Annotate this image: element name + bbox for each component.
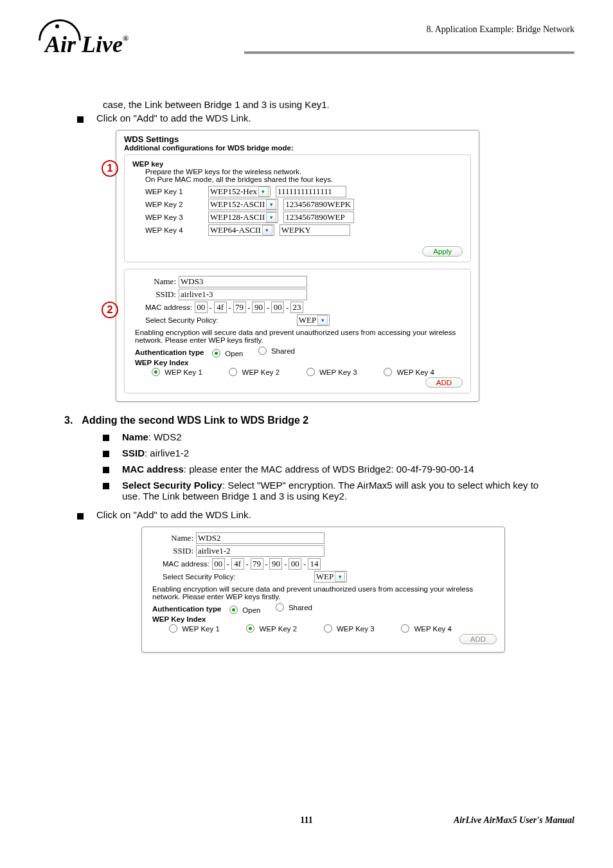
callout-2: 2 — [102, 302, 118, 318]
keyidx-3-radio[interactable]: WEP Key 3 — [324, 624, 375, 633]
mac-0-input[interactable] — [212, 558, 225, 570]
auth-open-radio[interactable]: Open — [229, 606, 260, 614]
list-item: Name: WDS2 — [122, 431, 182, 442]
keyidx-2-radio[interactable]: WEP Key 2 — [246, 624, 297, 633]
name-label: Name: — [163, 533, 195, 543]
step-number: 3. — [64, 415, 73, 426]
mac-3-input[interactable] — [269, 558, 282, 570]
mac-1-input[interactable] — [214, 302, 227, 313]
wep-help-2: On Pure MAC mode, all the bridges shared… — [145, 176, 463, 183]
logo: Air Live® — [39, 19, 574, 58]
chevron-down-icon: ▾ — [258, 186, 269, 197]
wep-key3-label: WEP Key 3 — [145, 213, 203, 221]
screenshot-wds-form2: Name: SSID: MAC address: - - - - - Selec… — [141, 527, 505, 653]
policy-label: Select Security Policy: — [163, 573, 236, 581]
body-text: Click on "Add" to add the WDS Link. — [96, 509, 251, 520]
keyidx-2-radio[interactable]: WEP Key 2 — [229, 368, 280, 376]
policy-label: Select Security Policy: — [145, 316, 218, 324]
policy-select[interactable]: WEP▾ — [297, 314, 330, 326]
keyidx-4-radio[interactable]: WEP Key 4 — [384, 368, 434, 376]
ssid-label: SSID: — [145, 289, 177, 300]
wep-key-index-label: WEP Key Index — [135, 359, 463, 366]
wep-key1-value-input[interactable] — [276, 186, 346, 197]
chevron-down-icon: ▾ — [262, 225, 272, 235]
wep-help-1: Prepare the WEP keys for the wireless ne… — [145, 168, 463, 176]
bullet-icon — [103, 483, 109, 489]
auth-type-label: Authentication type — [152, 605, 221, 613]
bullet-icon — [103, 467, 109, 473]
callout-1: 1 — [102, 160, 118, 177]
panel-subtitle: Additional configurations for WDS bridge… — [124, 144, 471, 152]
wep-key1-label: WEP Key 1 — [145, 188, 203, 195]
mac-label: MAC address: — [145, 303, 192, 311]
encryption-note: Enabling encryption will secure data and… — [135, 329, 463, 344]
wep-key3-type-select[interactable]: WEP128-ASCII▾ — [208, 212, 278, 223]
wep-key3-value-input[interactable] — [283, 212, 354, 223]
name-label: Name: — [145, 276, 177, 287]
add-button[interactable]: ADD — [459, 634, 497, 644]
keyidx-3-radio[interactable]: WEP Key 3 — [306, 368, 357, 376]
step-title: Adding the second WDS Link to WDS Bridge… — [82, 415, 308, 426]
ssid-label: SSID: — [163, 546, 195, 556]
mac-label: MAC address: — [163, 560, 209, 568]
keyidx-4-radio[interactable]: WEP Key 4 — [401, 624, 452, 633]
encryption-note: Enabling encryption will secure data and… — [152, 585, 497, 601]
auth-shared-radio[interactable]: Shared — [276, 603, 312, 611]
policy-select[interactable]: WEP▾ — [314, 571, 347, 583]
manual-title: AirLive AirMax5 User's Manual — [454, 815, 574, 826]
mac-5-input[interactable] — [308, 558, 321, 570]
chevron-down-icon: ▾ — [266, 212, 276, 222]
chevron-down-icon: ▾ — [335, 572, 345, 582]
mac-2-input[interactable] — [233, 302, 246, 313]
mac-4-input[interactable] — [271, 302, 284, 313]
wep-key4-type-select[interactable]: WEP64-ASCII▾ — [208, 224, 274, 236]
mac-4-input[interactable] — [289, 558, 301, 570]
mac-3-input[interactable] — [252, 302, 265, 313]
mac-1-input[interactable] — [231, 558, 244, 570]
wep-key2-type-select[interactable]: WEP152-ASCII▾ — [208, 199, 278, 210]
bullet-icon — [77, 116, 84, 123]
bullet-icon — [103, 451, 109, 457]
apply-button[interactable]: Apply — [422, 246, 463, 257]
bullet-icon — [103, 435, 109, 441]
body-text: Click on "Add" to add the WDS Link. — [96, 113, 251, 123]
ssid-input[interactable] — [196, 545, 324, 557]
mac-2-input[interactable] — [251, 558, 263, 570]
chevron-down-icon: ▾ — [317, 315, 328, 325]
name-input[interactable] — [179, 276, 307, 287]
list-item: SSID: airlive1-2 — [122, 448, 189, 458]
wep-key-label: WEP key — [132, 160, 463, 168]
bullet-icon — [77, 513, 84, 520]
wep-key4-value-input[interactable] — [280, 224, 350, 236]
wep-key-index-label: WEP Key Index — [152, 615, 497, 623]
list-item: MAC address: please enter the MAC addres… — [122, 464, 474, 475]
auth-shared-radio[interactable]: Shared — [258, 347, 295, 355]
mac-0-input[interactable] — [195, 302, 208, 313]
page-number: 111 — [300, 815, 312, 826]
auth-open-radio[interactable]: Open — [212, 349, 243, 357]
chevron-down-icon: ▾ — [266, 199, 276, 210]
wep-key1-type-select[interactable]: WEP152-Hex▾ — [208, 186, 271, 197]
screenshot-wds-settings: WDS Settings Additional configurations f… — [116, 130, 479, 402]
auth-type-label: Authentication type — [135, 348, 204, 356]
list-item: Select Security Policy: Select "WEP" enc… — [122, 480, 549, 502]
wep-key2-label: WEP Key 2 — [145, 201, 203, 208]
keyidx-1-radio[interactable]: WEP Key 1 — [169, 624, 220, 633]
body-text: case, the Link between Bridge 1 and 3 is… — [103, 99, 549, 110]
keyidx-1-radio[interactable]: WEP Key 1 — [152, 368, 202, 376]
add-button[interactable]: ADD — [425, 377, 463, 388]
wep-key2-value-input[interactable] — [283, 199, 354, 210]
mac-5-input[interactable] — [290, 302, 303, 313]
ssid-input[interactable] — [179, 289, 307, 300]
panel-title: WDS Settings — [124, 134, 471, 144]
name-input[interactable] — [196, 532, 324, 544]
wep-key4-label: WEP Key 4 — [145, 226, 203, 234]
